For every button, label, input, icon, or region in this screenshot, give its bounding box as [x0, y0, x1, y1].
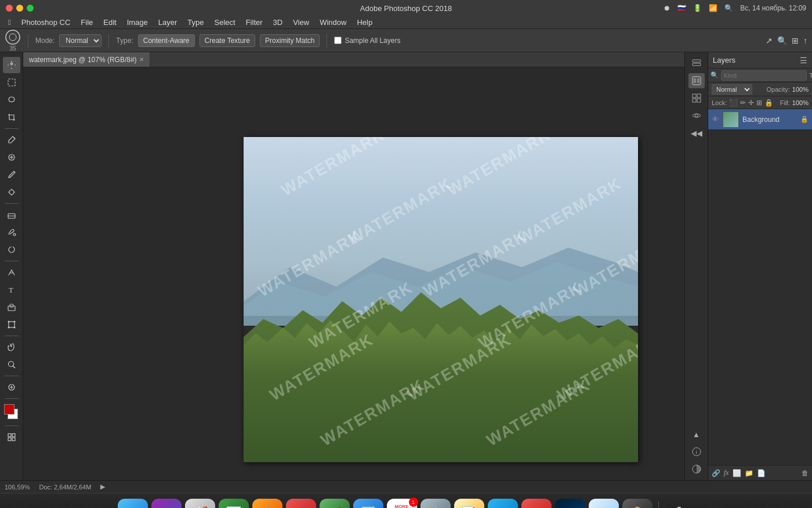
lock-artboard-icon[interactable]: ⊞	[756, 99, 762, 107]
dock-finder[interactable]: 🖥	[118, 499, 148, 509]
pen-tool[interactable]	[3, 264, 20, 280]
tab-close-button[interactable]: ✕	[139, 56, 144, 63]
eyedropper-tool[interactable]	[3, 132, 20, 148]
menu-filter[interactable]: Filter	[241, 17, 267, 28]
dock-telegram[interactable]: ✈	[488, 499, 518, 509]
dock-siri[interactable]: S	[151, 499, 182, 509]
lock-all-icon[interactable]: 🔒	[764, 99, 773, 107]
menu-view[interactable]: View	[288, 17, 314, 28]
menu-select[interactable]: Select	[210, 17, 240, 28]
traffic-lights[interactable]	[6, 5, 34, 12]
dock-music[interactable]: 🎵	[286, 499, 316, 509]
healing-brush-tool[interactable]	[3, 149, 20, 165]
lock-transparent-icon[interactable]: ⬛	[729, 99, 738, 107]
link-icon[interactable]: 🔗	[712, 469, 720, 477]
mask-icon[interactable]: ⬜	[733, 469, 741, 477]
minimize-button[interactable]	[16, 5, 23, 12]
selection-tool[interactable]	[3, 74, 20, 91]
filter-type-icon[interactable]: T	[809, 72, 812, 79]
canvas-viewport[interactable]: WATERMARK WATERMARK WATERMARK WATERMARK …	[23, 67, 684, 480]
sample-all-layers-checkbox[interactable]	[334, 37, 342, 44]
layers-panel-menu[interactable]: ☰	[800, 56, 807, 65]
grid-icon[interactable]	[688, 91, 705, 106]
dock-trash[interactable]: 🗑	[665, 499, 695, 509]
brush-tool[interactable]	[3, 167, 20, 183]
menu-layer[interactable]: Layer	[154, 17, 182, 28]
menu-image[interactable]: Image	[122, 17, 153, 28]
document-tab[interactable]: watermark.jpeg @ 107% (RGB/8#) ✕	[23, 52, 150, 67]
blur-tool[interactable]	[3, 242, 20, 258]
dock-keynote[interactable]: 📋	[252, 499, 282, 509]
crop-tool[interactable]	[3, 109, 20, 125]
menu-window[interactable]: Window	[315, 17, 351, 28]
layers-search-input[interactable]	[721, 70, 807, 81]
content-aware-button[interactable]: Content-Aware	[138, 34, 195, 47]
sample-all-layers-label[interactable]: Sample All Layers	[334, 37, 400, 45]
dock-launchpad[interactable]: 🚀	[185, 499, 215, 509]
paint-bucket-tool[interactable]	[3, 224, 20, 240]
new-layer-icon[interactable]: 📄	[757, 469, 766, 477]
spot-healing-tool[interactable]	[3, 379, 20, 395]
status-arrow[interactable]: ▶	[100, 483, 105, 491]
eraser-tool[interactable]	[3, 207, 20, 223]
color-swatches[interactable]	[3, 404, 20, 423]
layers-toggle-icon[interactable]	[688, 56, 705, 71]
text-tool[interactable]: T	[3, 282, 20, 298]
hand-tool[interactable]	[3, 339, 20, 355]
dock-preview[interactable]: 👁	[589, 499, 619, 509]
panel-collapse-left[interactable]: ◀◀	[688, 125, 705, 140]
proximity-match-button[interactable]: Proximity Match	[260, 34, 320, 47]
dock-stacks[interactable]: 📦	[622, 499, 652, 509]
svg-text:i: i	[695, 449, 697, 455]
lasso-tool[interactable]	[3, 92, 20, 108]
menu-edit[interactable]: Edit	[99, 17, 121, 28]
expand-icon[interactable]: ▲	[688, 427, 705, 442]
create-texture-button[interactable]: Create Texture	[200, 34, 256, 47]
new-group-icon[interactable]: 📁	[745, 469, 753, 477]
layer-item[interactable]: 👁 Background 🔒	[708, 109, 812, 130]
menu-help[interactable]: Help	[352, 17, 377, 28]
extra-tools[interactable]	[3, 429, 20, 445]
arrange-icon[interactable]: ⊞	[792, 36, 799, 45]
dock-numbers[interactable]: 📊	[219, 499, 249, 509]
share-icon[interactable]: ↑	[803, 36, 807, 45]
shape-tool[interactable]	[3, 299, 20, 315]
svg-rect-2	[8, 79, 15, 86]
delete-layer-icon[interactable]: 🗑	[802, 469, 809, 477]
menu-photoshop[interactable]: Photoshop CC	[17, 17, 75, 28]
move-tool[interactable]	[3, 57, 20, 73]
search-icon[interactable]: 🔍	[724, 4, 733, 12]
transform-tool[interactable]	[3, 316, 20, 333]
zoom-tool[interactable]	[3, 356, 20, 373]
foreground-color[interactable]	[4, 404, 14, 415]
dock-appstore[interactable]: 🅰	[353, 499, 383, 509]
layer-visibility-toggle[interactable]: 👁	[712, 115, 719, 124]
mode-select[interactable]: Normal	[59, 34, 102, 47]
menu-type[interactable]: Type	[183, 17, 208, 28]
blend-mode-select[interactable]: Normal	[712, 84, 752, 95]
svg-rect-32	[697, 94, 701, 98]
maximize-button[interactable]	[27, 5, 34, 12]
fx-icon[interactable]: fx	[724, 469, 729, 477]
dock-calendar[interactable]: MORE14 1	[387, 499, 417, 509]
lock-move-icon[interactable]: ✛	[748, 99, 754, 107]
close-button[interactable]	[6, 5, 13, 12]
color-adjust-icon[interactable]	[688, 462, 705, 477]
brush-icon	[5, 29, 21, 45]
dock-sysprefs[interactable]: ⚙️	[420, 499, 451, 509]
channels-icon[interactable]	[688, 73, 705, 88]
search-toolbar-icon[interactable]: 🔍	[777, 36, 787, 45]
workspace-icon[interactable]: ↗	[766, 36, 773, 45]
menu-apple[interactable]: 	[3, 17, 16, 28]
clone-stamp-tool[interactable]	[3, 184, 20, 200]
eye-icon[interactable]	[688, 108, 705, 123]
menu-3d[interactable]: 3D	[269, 17, 288, 28]
menu-file[interactable]: File	[76, 17, 97, 28]
dock-notes[interactable]: 📝	[454, 499, 484, 509]
dock-photoshop[interactable]: Ps	[555, 499, 585, 509]
dock-facetime[interactable]: 📹	[320, 499, 350, 509]
dock-yandex[interactable]: Я	[521, 499, 552, 509]
lock-paint-icon[interactable]: ✏	[740, 99, 746, 107]
brush-icon-wrap[interactable]: 35	[5, 29, 21, 52]
info-icon[interactable]: i	[688, 444, 705, 459]
